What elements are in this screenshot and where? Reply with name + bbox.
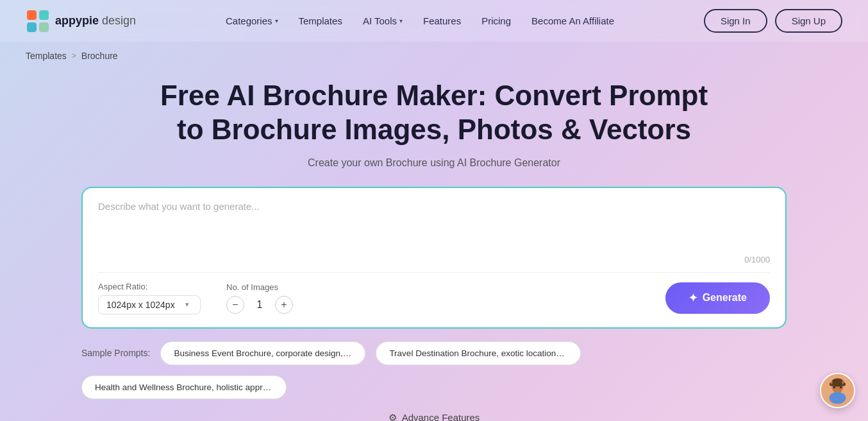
aspect-ratio-value: 1024px x 1024px — [106, 300, 175, 310]
divider — [98, 272, 770, 273]
chat-avatar-image — [821, 374, 854, 407]
images-group: No. of Images − 1 + — [226, 282, 293, 314]
nav-pricing[interactable]: Pricing — [481, 15, 511, 26]
advance-features-label: Advance Features — [402, 412, 480, 421]
breadcrumb-templates[interactable]: Templates — [26, 51, 67, 61]
sample-prompt-1[interactable]: Business Event Brochure, corporate desig… — [160, 341, 365, 365]
nav-categories[interactable]: Categories ▾ — [226, 15, 278, 26]
aspect-ratio-label: Aspect Ratio: — [98, 282, 201, 291]
images-stepper: − 1 + — [226, 296, 293, 314]
chevron-down-icon: ▾ — [275, 17, 278, 24]
main-nav: Categories ▾ Templates AI Tools ▾ Featur… — [226, 15, 614, 26]
decrement-button[interactable]: − — [226, 296, 244, 314]
generator-box: 0/1000 Aspect Ratio: 1024px x 1024px ▾ N… — [81, 187, 787, 329]
svg-point-8 — [833, 386, 836, 389]
header: appypie design Categories ▾ Templates AI… — [0, 0, 868, 42]
svg-rect-1 — [39, 10, 49, 20]
chevron-down-icon: ▾ — [399, 17, 403, 24]
aspect-ratio-group: Aspect Ratio: 1024px x 1024px ▾ — [98, 282, 201, 314]
sample-prompts-label: Sample Prompts: — [81, 348, 150, 358]
header-auth-buttons: Sign In Sign Up — [704, 9, 842, 33]
svg-rect-12 — [831, 380, 833, 384]
gear-icon: ⚙ — [388, 412, 397, 421]
images-count: 1 — [255, 299, 265, 311]
breadcrumb: Templates > Brochure — [0, 42, 868, 66]
nav-ai-tools[interactable]: AI Tools ▾ — [363, 15, 403, 26]
sample-prompt-3[interactable]: Health and Wellness Brochure, holistic a… — [81, 375, 287, 399]
generate-button[interactable]: ✦ Generate — [665, 282, 770, 314]
logo[interactable]: appypie design — [26, 9, 136, 33]
prompt-input[interactable] — [98, 201, 770, 252]
sample-prompts-row: Sample Prompts: Business Event Brochure,… — [81, 341, 787, 399]
breadcrumb-separator: > — [72, 51, 76, 60]
nav-templates[interactable]: Templates — [299, 15, 342, 26]
page-title: Free AI Brochure Maker: Convert Prompt t… — [146, 79, 722, 147]
images-label: No. of Images — [226, 282, 293, 292]
sample-prompt-2[interactable]: Travel Destination Brochure, exotic loca… — [376, 341, 581, 365]
chat-avatar[interactable] — [820, 373, 855, 408]
advance-features[interactable]: ⚙ Advance Features — [388, 412, 480, 421]
signup-button[interactable]: Sign Up — [775, 9, 842, 33]
svg-rect-3 — [39, 22, 49, 32]
svg-point-9 — [840, 386, 842, 389]
controls-row: Aspect Ratio: 1024px x 1024px ▾ No. of I… — [98, 282, 770, 314]
svg-rect-2 — [27, 22, 37, 32]
aspect-ratio-select[interactable]: 1024px x 1024px ▾ — [98, 295, 201, 314]
logo-text: appypie design — [55, 14, 136, 28]
nav-affiliate[interactable]: Become An Affiliate — [531, 15, 614, 26]
svg-point-7 — [830, 392, 846, 404]
breadcrumb-current: Brochure — [81, 51, 118, 61]
svg-rect-0 — [27, 10, 37, 20]
nav-features[interactable]: Features — [423, 15, 461, 26]
char-count: 0/1000 — [98, 255, 770, 264]
chevron-down-icon: ▾ — [185, 300, 189, 309]
logo-icon — [26, 9, 50, 33]
page-subtitle: Create your own Brochure using AI Brochu… — [308, 157, 560, 169]
increment-button[interactable]: + — [275, 296, 293, 314]
sparkle-icon: ✦ — [689, 291, 697, 305]
main-content: Free AI Brochure Maker: Convert Prompt t… — [0, 66, 868, 421]
svg-rect-13 — [842, 380, 844, 384]
signin-button[interactable]: Sign In — [704, 9, 767, 33]
generate-label: Generate — [703, 292, 747, 304]
